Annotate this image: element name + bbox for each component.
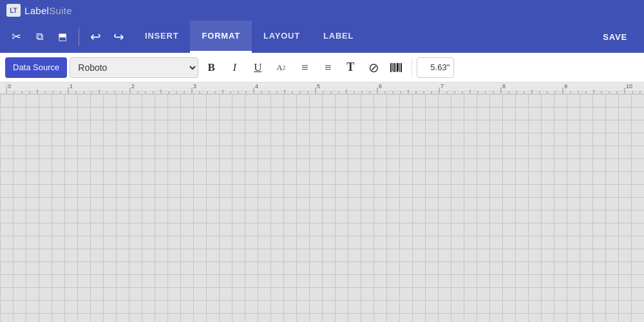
tab-insert[interactable]: INSERT (133, 21, 190, 53)
data-source-button[interactable]: Data Source (5, 57, 67, 78)
tab-label[interactable]: LABEL (312, 21, 365, 53)
barcode-icon (390, 62, 403, 73)
align-center-button[interactable]: ≡ (317, 57, 337, 78)
size-input[interactable] (417, 57, 454, 78)
ruler-row: 01234567891011121314151617181920 (0, 82, 644, 94)
italic-button[interactable]: I (224, 57, 245, 78)
bold-button[interactable]: B (201, 57, 222, 78)
cut-button[interactable]: ✂ (5, 26, 27, 48)
svg-rect-6 (401, 63, 402, 72)
lt-logo: LT (6, 4, 21, 17)
barcode-button[interactable] (386, 57, 407, 78)
format-bar: Data Source Roboto Arial Times New Roman… (0, 53, 644, 82)
app-name-suite: Suite (49, 5, 72, 16)
svg-text:7: 7 (440, 83, 444, 90)
app-title: LabelSuite (24, 5, 72, 16)
format-divider (412, 59, 412, 77)
svg-text:6: 6 (379, 83, 382, 90)
tab-format[interactable]: FORMAT (190, 21, 251, 53)
svg-rect-2 (393, 63, 395, 72)
svg-rect-0 (390, 63, 392, 72)
font-select[interactable]: Roboto Arial Times New Roman Courier New… (70, 57, 198, 78)
underline-button[interactable]: U (247, 57, 268, 78)
tabs-group: INSERT FORMAT LAYOUT LABEL (133, 21, 365, 53)
main-area: 01234567891011121314151617181920 (0, 82, 644, 322)
ruler-corner (0, 82, 6, 94)
align-left-button[interactable]: ≡ (294, 57, 314, 78)
svg-rect-1 (392, 63, 393, 72)
title-bar: LT LabelSuite (0, 0, 644, 21)
svg-rect-7 (392, 71, 393, 73)
svg-text:8: 8 (502, 83, 506, 90)
svg-text:4: 4 (255, 83, 258, 90)
toolbar: ✂ ⧉ ⬒ ↩ ↪ INSERT FORMAT LAYOUT LABEL SAV… (0, 21, 644, 53)
toolbar-edit-group: ✂ ⧉ ⬒ (5, 26, 73, 48)
svg-text:9: 9 (564, 83, 567, 90)
svg-rect-5 (399, 63, 400, 72)
svg-text:0: 0 (8, 83, 11, 90)
ruler-svg: 01234567891011121314151617181920 (6, 82, 644, 94)
svg-rect-3 (395, 63, 396, 72)
undo-button[interactable]: ↩ (84, 26, 106, 48)
svg-rect-8 (397, 71, 399, 73)
circle-slash-button[interactable]: ⊘ (363, 57, 384, 78)
superscript-button[interactable]: A2 (270, 57, 291, 78)
redo-button[interactable]: ↪ (108, 26, 129, 48)
label-canvas[interactable] (0, 94, 644, 322)
paste-button[interactable]: ⬒ (52, 26, 73, 48)
toolbar-history-group: ↩ ↪ (84, 26, 129, 48)
toolbar-divider-1 (79, 28, 79, 46)
copy-button[interactable]: ⧉ (28, 26, 50, 48)
ruler-top: 01234567891011121314151617181920 (6, 82, 644, 94)
svg-text:2: 2 (131, 83, 135, 90)
svg-text:3: 3 (193, 83, 196, 90)
svg-text:5: 5 (317, 83, 320, 90)
svg-text:10: 10 (626, 83, 632, 90)
svg-rect-4 (397, 63, 399, 72)
text-button[interactable]: T (340, 57, 361, 78)
save-button[interactable]: SAVE (591, 21, 639, 53)
canvas-wrapper (0, 94, 644, 322)
svg-text:1: 1 (70, 83, 73, 90)
app-name-label: Label (24, 5, 49, 16)
tab-layout[interactable]: LAYOUT (252, 21, 312, 53)
